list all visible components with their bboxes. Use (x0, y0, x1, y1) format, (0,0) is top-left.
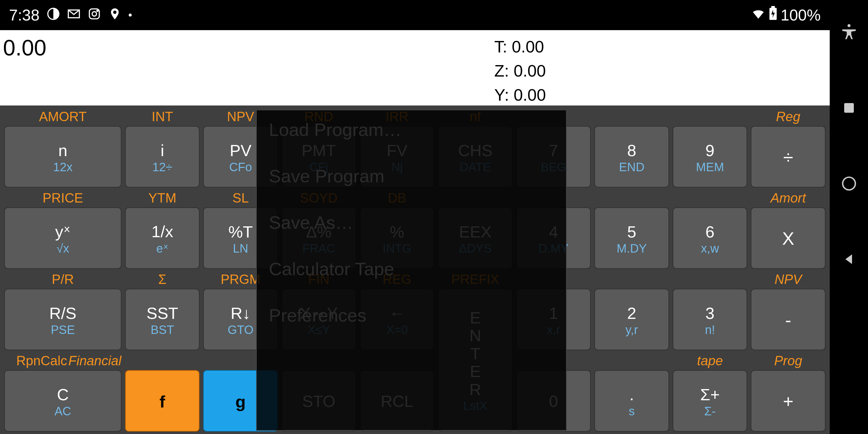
f-label-blank (125, 350, 200, 368)
f-label-amort-op: Amort (751, 187, 826, 206)
nav-back-icon[interactable] (842, 252, 856, 268)
wifi-icon (751, 6, 766, 24)
key-i[interactable]: i12÷ (125, 126, 200, 187)
svg-point-3 (92, 12, 97, 16)
key-9[interactable]: 9MEM (673, 126, 747, 187)
instagram-icon (88, 6, 101, 24)
f-label-ytm: YTM (125, 187, 200, 206)
f-label-blank (673, 106, 747, 124)
key-reciprocal[interactable]: 1/xeˣ (125, 207, 200, 269)
key-2[interactable]: 2y,r (594, 289, 669, 350)
f-label-pr: P/R (4, 269, 121, 287)
f-label-int: INT (125, 106, 200, 124)
f-label-blank (594, 350, 669, 368)
calculator-keypad: AMORTn12x INTi12÷ NPVPVCFo RNDPMTCFj IRR… (0, 105, 830, 434)
key-8[interactable]: 8END (594, 126, 669, 187)
menu-item-save-program[interactable]: Save Program (269, 166, 554, 187)
display-stack: T: 0.00 Z: 0.00 Y: 0.00 (494, 35, 546, 107)
f-label-tape: tape (673, 350, 747, 368)
android-nav-bar (830, 0, 868, 434)
key-ypow[interactable]: yˣ√x (4, 207, 121, 269)
key-n[interactable]: n12x (4, 126, 121, 187)
svg-point-4 (97, 10, 98, 11)
f-label-reg: Reg (751, 106, 826, 124)
svg-point-10 (843, 177, 855, 190)
key-rs[interactable]: R/SPSE (4, 289, 121, 350)
nav-home-icon[interactable] (841, 175, 858, 193)
f-label-blank (594, 187, 669, 206)
brand-label: RpnCalc Financial (4, 350, 121, 368)
location-icon (108, 6, 121, 24)
f-label-prog: Prog (751, 350, 826, 368)
calculator-display: 0.00 T: 0.00 Z: 0.00 Y: 0.00 (0, 30, 830, 105)
key-f-shift[interactable]: f (125, 370, 200, 432)
f-label-blank (673, 269, 747, 287)
status-overflow-dot-icon (129, 13, 132, 17)
key-plus[interactable]: + (751, 370, 826, 432)
f-label-blank (594, 106, 669, 124)
battery-charging-icon (768, 6, 778, 24)
key-divide[interactable]: ÷ (751, 126, 826, 187)
f-label-blank (594, 269, 669, 287)
nav-recent-apps-icon[interactable] (842, 101, 856, 116)
display-y-register: Y: 0.00 (494, 83, 546, 107)
display-z-register: Z: 0.00 (494, 59, 546, 83)
key-decimal[interactable]: .s (594, 370, 669, 432)
f-label-price: PRICE (4, 187, 121, 206)
gmail-icon (67, 6, 81, 24)
key-3[interactable]: 3n! (673, 289, 747, 350)
key-sst[interactable]: SSTBST (125, 289, 200, 350)
key-minus[interactable]: - (751, 289, 826, 350)
key-multiply[interactable]: X (751, 207, 826, 269)
f-label-sigma: Σ (125, 269, 200, 287)
menu-item-save-as[interactable]: Save As… (269, 212, 554, 233)
key-clear[interactable]: CAC (4, 370, 121, 432)
menu-item-calculator-tape[interactable]: Calculator Tape (269, 258, 554, 279)
accessibility-icon[interactable] (840, 23, 858, 42)
display-t-register: T: 0.00 (494, 35, 546, 59)
svg-rect-9 (844, 103, 854, 113)
key-6[interactable]: 6x,w (673, 207, 747, 269)
key-5[interactable]: 5M.DY (594, 207, 669, 269)
svg-rect-6 (771, 6, 775, 8)
svg-point-8 (847, 24, 850, 27)
status-icon-app (47, 6, 60, 24)
menu-item-load-program[interactable]: Load Program… (269, 119, 554, 140)
display-x-register: 0.00 (3, 35, 46, 61)
f-label-amort: AMORT (4, 106, 121, 124)
key-sigma-plus[interactable]: Σ+Σ- (673, 370, 747, 432)
context-menu-overlay[interactable]: Load Program… Save Program Save As… Calc… (256, 110, 567, 431)
android-status-bar: 7:38 (0, 0, 830, 30)
status-time: 7:38 (9, 6, 39, 24)
f-label-npv-op: NPV (751, 269, 826, 287)
menu-item-preferences[interactable]: Preferences (269, 305, 554, 326)
battery-percent: 100% (781, 6, 821, 24)
f-label-blank (673, 187, 747, 206)
